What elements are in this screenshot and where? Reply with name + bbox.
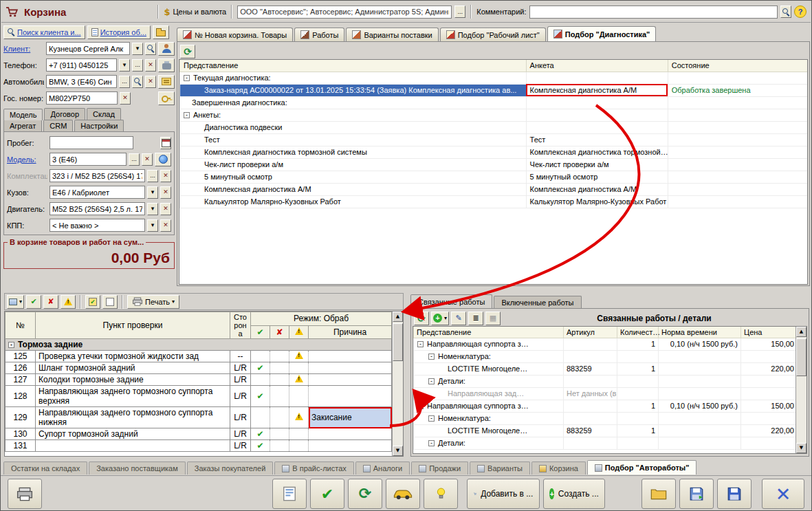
related-refresh-button[interactable]: ⟳ <box>414 312 429 325</box>
body-clear-button[interactable]: ✕ <box>160 186 171 199</box>
trim-more-button[interactable]: ... <box>147 170 158 182</box>
body-dropdown-button[interactable]: ▾ <box>147 186 158 199</box>
model-more-button[interactable]: ... <box>129 153 140 166</box>
diagnostics-row[interactable]: Завершенная диагностика: <box>180 96 809 109</box>
model-group-tab2-3[interactable]: Настройки <box>74 120 124 131</box>
checklist-row[interactable]: 131L/R✔ <box>6 440 392 452</box>
bottom-tab-1[interactable]: Остатки на складах <box>3 461 87 475</box>
diagnostics-row[interactable]: 5 минутный осмотр5 минутный осмотр <box>180 171 809 183</box>
related-add-button[interactable]: +▾ <box>431 312 449 325</box>
diagnostics-row[interactable]: Диагностика подвески <box>180 121 809 133</box>
main-tab-3[interactable]: Варианты поставки <box>346 28 438 41</box>
checklist-row[interactable]: 128Направляющая заднего тормозного суппо… <box>6 386 392 407</box>
related-disabled-button[interactable]: ▦ <box>485 312 501 325</box>
search-client-button[interactable]: Поиск клиента и... <box>3 25 85 39</box>
diagnostics-row[interactable]: -Анкеты: <box>180 109 809 121</box>
tree-expander[interactable]: - <box>428 378 435 384</box>
mileage-input[interactable] <box>52 139 131 147</box>
model-label[interactable]: Модель: <box>7 155 47 164</box>
trim-clear-button[interactable]: ✕ <box>160 170 171 182</box>
refresh-button[interactable]: ⟳ <box>180 45 195 58</box>
checklist-row[interactable]: 125Проверка утечки тормозной жидкости за… <box>6 351 392 362</box>
scroll-up-icon[interactable]: ▲ <box>796 327 806 337</box>
phone-input[interactable] <box>49 61 114 69</box>
add-to-cart-button[interactable]: Добавить в ... <box>467 479 540 509</box>
related-row[interactable]: Направляющая зад…Нет данных (ввес… <box>414 387 798 400</box>
diagnostics-row[interactable]: Калькулятор Малярно-Кузовных РаботКальку… <box>180 195 809 208</box>
car-clear-button[interactable]: ✕ <box>145 76 156 88</box>
tree-expander[interactable]: - <box>184 112 190 118</box>
print-button[interactable]: Печать ▾ <box>127 295 179 309</box>
scroll-thumb[interactable] <box>796 338 806 376</box>
print-document-button[interactable] <box>8 479 42 509</box>
scroll-up-icon[interactable]: ▲ <box>393 312 403 322</box>
diagnostics-row[interactable]: Заказ-наряд АС00000022 от 13.01.2025 15:… <box>180 84 809 96</box>
scroll-down-icon[interactable]: ▼ <box>393 446 403 456</box>
diagnostics-row[interactable]: Чек-лист проверки а/мЧек-лист проверки а… <box>180 158 809 171</box>
related-row[interactable]: -Направляющая суппорта з…10,10 (н/ч 1500… <box>414 338 798 350</box>
checklist-row[interactable]: 127Колодки тормозные задниеL/R <box>6 374 392 386</box>
save-button[interactable] <box>717 479 751 509</box>
related-row[interactable]: -Детали: <box>414 437 798 449</box>
organization-field[interactable]: ООО "Автосервис"; Автосервис; Администра… <box>237 6 452 19</box>
related-tab-2[interactable]: Включенные работы <box>494 296 581 309</box>
help-button[interactable]: ? <box>794 6 806 18</box>
open-button[interactable] <box>641 479 676 509</box>
scroll-down-icon[interactable]: ▼ <box>796 443 806 453</box>
view-mode-button[interactable]: ▾ <box>7 295 24 309</box>
organization-more-button[interactable]: ... <box>454 6 465 18</box>
tree-expander[interactable]: - <box>8 342 14 348</box>
report-button[interactable] <box>272 479 307 509</box>
related-row[interactable]: -Номенклатура: <box>414 350 798 362</box>
engine-input[interactable] <box>52 205 142 213</box>
related-scrollbar[interactable]: ▲ ▼ <box>795 327 806 453</box>
bottom-tab-7[interactable]: Варианты <box>470 461 530 475</box>
model-group-tab-1[interactable]: Модель <box>3 109 43 120</box>
tree-expander[interactable]: - <box>417 341 424 347</box>
main-tab-1[interactable]: № Новая корзина. Товары <box>177 28 293 41</box>
related-row[interactable]: -Номенклатура: <box>414 412 798 424</box>
vehicle-button[interactable] <box>386 479 420 509</box>
comment-search-button[interactable] <box>780 6 791 18</box>
tree-expander[interactable]: - <box>428 415 435 422</box>
tree-expander[interactable]: - <box>428 354 435 360</box>
model-group-tab-2[interactable]: Договор <box>44 108 85 120</box>
mark-fail-button[interactable]: ✘ <box>43 295 58 309</box>
bottom-tab-9[interactable]: Подбор "Автоработы" <box>587 460 697 475</box>
gearbox-dropdown-button[interactable]: ▾ <box>147 219 158 232</box>
body-input[interactable] <box>52 188 142 197</box>
gearbox-clear-button[interactable]: ✕ <box>160 219 171 232</box>
phone-call-button[interactable] <box>158 58 175 72</box>
related-row[interactable]: LOCTITE Многоцеле…8832591220,00 <box>414 424 798 437</box>
confirm-button[interactable]: ✔ <box>310 479 344 509</box>
exchange-button[interactable]: ⟳ <box>348 479 382 509</box>
checklist-scrollbar[interactable]: ▲ ▼ <box>392 312 403 456</box>
car-more-button[interactable]: ... <box>119 76 130 88</box>
main-tab-2[interactable]: Работы <box>294 28 344 41</box>
trim-input[interactable] <box>52 172 142 180</box>
bottom-tab-3[interactable]: Заказы покупателей <box>187 461 274 475</box>
related-edit-button[interactable]: ✎ <box>451 312 466 325</box>
model-group-tab2-1[interactable]: Агрегат <box>3 120 42 131</box>
car-search-button[interactable] <box>132 76 143 88</box>
model-input[interactable] <box>52 155 124 164</box>
client-input[interactable] <box>49 45 127 53</box>
diagnostics-row[interactable]: Комплексная диагностика А/МКомплексная д… <box>180 183 809 195</box>
history-button[interactable]: История об... <box>87 25 151 39</box>
close-button[interactable]: ✕ <box>762 479 804 509</box>
model-clear-button[interactable]: ✕ <box>142 153 153 166</box>
diagnostics-row[interactable]: Комплексная диагностика тормозной систем… <box>180 146 809 158</box>
related-row[interactable]: -Направляющая суппорта з…10,10 (н/ч 1500… <box>414 400 798 412</box>
diagnostics-row[interactable]: ТестТест <box>180 133 809 146</box>
main-tab-5[interactable]: Подбор "Диагностика" <box>547 26 657 41</box>
comment-input[interactable] <box>532 8 775 16</box>
plate-input[interactable] <box>49 94 115 102</box>
client-search-button[interactable] <box>145 43 156 55</box>
tree-expander[interactable]: - <box>184 75 190 81</box>
checklist-row[interactable]: 126Шланг тормозной заднийL/R✔ <box>6 362 392 374</box>
create-button[interactable]: + Создать ... <box>543 479 605 509</box>
mileage-calendar-button[interactable] <box>160 137 171 149</box>
mark-warning-button[interactable] <box>61 295 76 309</box>
client-label[interactable]: Клиент: <box>3 45 44 53</box>
car-input[interactable] <box>49 78 114 86</box>
